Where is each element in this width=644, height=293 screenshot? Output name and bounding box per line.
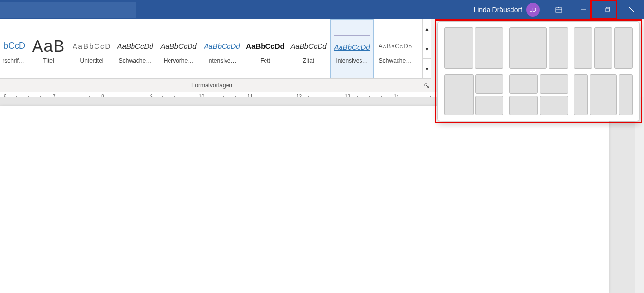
snap-layout-2col-wide-left[interactable] — [509, 27, 568, 69]
styles-dialog-launcher[interactable] — [423, 82, 431, 90]
style-sample: AaBbCcDd — [117, 35, 153, 57]
document-page[interactable] — [0, 106, 609, 293]
style-item-intensives[interactable]: AaBbCcDdIntensives… — [330, 19, 374, 78]
avatar[interactable]: LD — [526, 3, 540, 17]
minimize-button[interactable] — [571, 0, 595, 19]
snap-layout-left-plus-stack[interactable] — [444, 74, 504, 116]
style-sample: AaB — [32, 35, 65, 57]
styles-group-label: Formatvorlagen — [0, 82, 424, 89]
close-button[interactable] — [620, 0, 644, 19]
style-label: Schwache… — [375, 57, 416, 64]
style-item-titel[interactable]: AaBTitel — [27, 19, 70, 78]
styles-scroll: ▲ ▼ ▾ — [422, 19, 431, 78]
quick-access-area — [0, 2, 136, 18]
svg-rect-0 — [556, 8, 562, 12]
style-sample: bCcD — [3, 35, 25, 57]
username-label[interactable]: Linda Dräusdorf — [474, 6, 522, 14]
style-sample: AaBbCcDd — [204, 35, 240, 57]
style-item-fett[interactable]: AaBbCcDdFett — [244, 19, 287, 78]
style-item-untertitel[interactable]: AaBbCcDUntertitel — [70, 19, 114, 78]
snap-layout-3col-wide-center[interactable] — [573, 74, 633, 116]
style-item-hervorhe[interactable]: AaBbCcDdHervorhe… — [157, 19, 200, 78]
style-label: Hervorhe… — [158, 57, 199, 64]
ribbon-display-options-button[interactable] — [547, 0, 571, 19]
styles-gallery: bCcDrschrif…AaBTitelAaBbCcDUntertitelAaB… — [0, 19, 431, 79]
styles-scroll-down[interactable]: ▼ — [423, 39, 431, 59]
style-item-zitat[interactable]: AaBbCcDdZitat — [287, 19, 330, 78]
styles-scroll-up[interactable]: ▲ — [423, 19, 431, 39]
snap-layout-2col-even[interactable] — [444, 27, 504, 69]
restore-button[interactable] — [595, 0, 620, 19]
style-item-intensive[interactable]: AaBbCcDdIntensive… — [200, 19, 244, 78]
style-label: rschrif… — [1, 57, 25, 64]
styles-expand[interactable]: ▾ — [423, 59, 431, 78]
style-label: Schwache… — [115, 57, 155, 64]
snap-layouts-flyout — [437, 21, 640, 121]
snap-layout-3col-even[interactable] — [573, 27, 633, 69]
style-sample: AaBbCcDd — [334, 35, 370, 57]
style-sample: AaBbCcD — [73, 35, 112, 57]
style-label: Titel — [28, 57, 69, 64]
style-label: Intensive… — [202, 57, 242, 64]
avatar-initials: LD — [530, 7, 536, 13]
titlebar: Linda Dräusdorf LD — [0, 0, 644, 19]
document-area — [0, 97, 644, 293]
style-label: Fett — [245, 57, 285, 64]
style-sample: AaBbCcDd — [160, 35, 196, 57]
snap-layout-quad[interactable] — [509, 74, 568, 116]
style-label: Untertitel — [72, 57, 112, 64]
style-item-rschrif[interactable]: bCcDrschrif… — [0, 19, 27, 78]
style-label: Intensives… — [332, 57, 372, 64]
style-label: Zitat — [288, 57, 329, 64]
style-sample: AaBbCcDd — [290, 35, 326, 57]
style-item-schwache[interactable]: AaBbCcDdSchwache… — [114, 19, 157, 78]
style-item-schwache[interactable]: AaBbCcDdSchwache… — [374, 19, 417, 78]
style-sample: AaBbCcDd — [246, 35, 284, 57]
style-sample: AaBbCcDd — [379, 35, 412, 57]
vertical-scrollbar[interactable] — [635, 97, 644, 293]
svg-rect-5 — [606, 8, 609, 12]
